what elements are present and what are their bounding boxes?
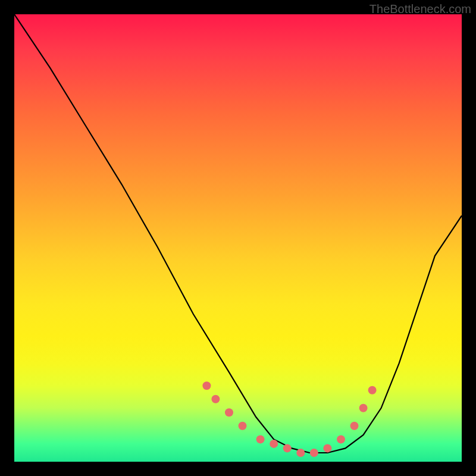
marker-point (256, 435, 265, 443)
marker-point (283, 444, 292, 452)
marker-point (368, 386, 377, 394)
marker-point (337, 435, 345, 443)
marker-point (310, 449, 318, 457)
marker-point (225, 408, 233, 416)
data-curve (14, 14, 462, 453)
chart-container: TheBottleneck.com (0, 0, 476, 476)
marker-point (211, 395, 220, 403)
marker-point (296, 449, 305, 457)
marker-point (359, 404, 368, 412)
watermark-text: TheBottleneck.com (369, 2, 471, 16)
marker-point (323, 444, 331, 452)
marker-point (270, 440, 278, 448)
marker-point (239, 422, 247, 430)
marker-point (350, 422, 359, 430)
marker-point (202, 381, 211, 390)
chart-svg (14, 14, 462, 462)
plot-area (14, 14, 462, 462)
marker-group (202, 381, 376, 457)
